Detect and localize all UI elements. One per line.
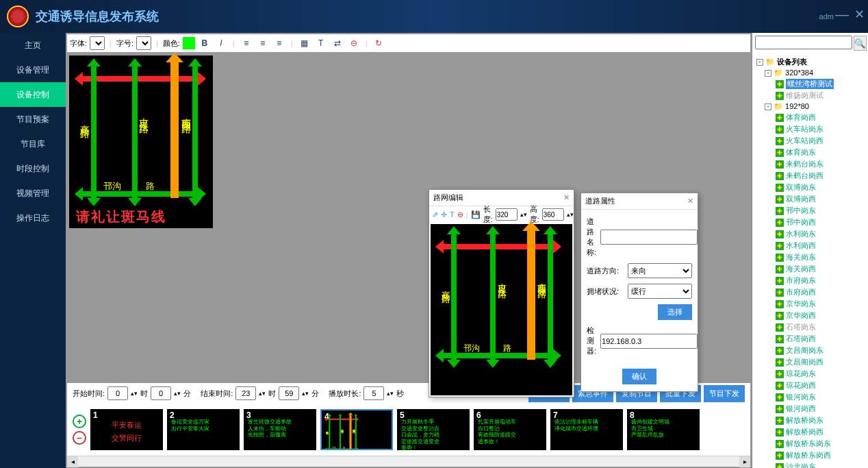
tree-item[interactable]: 琼花岗西 bbox=[754, 380, 867, 391]
sidebar-item[interactable]: 操作日志 bbox=[0, 206, 66, 230]
tree-item[interactable]: 银河岗东 bbox=[754, 391, 867, 403]
close-icon[interactable]: ✕ bbox=[563, 193, 570, 202]
draw-line-icon[interactable]: ⇗ bbox=[432, 210, 438, 219]
sidebar-item[interactable]: 节目预案 bbox=[0, 107, 66, 132]
image-icon[interactable]: ▦ bbox=[298, 36, 311, 50]
confirm-button[interactable]: 确认 bbox=[622, 369, 656, 384]
tree-item[interactable]: 邗中岗西 bbox=[754, 217, 867, 228]
width-input[interactable] bbox=[496, 208, 518, 221]
tree-item[interactable]: 京华岗西 bbox=[754, 310, 867, 321]
tree-group[interactable]: -📁 192*80 bbox=[754, 101, 867, 112]
thumbnail[interactable]: 1平安春运交警同行 bbox=[90, 409, 163, 450]
align-right-icon[interactable]: ≡ bbox=[272, 36, 286, 50]
tree-item[interactable]: 邗中岗东 bbox=[754, 205, 867, 217]
tree-item[interactable]: 石塔岗西 bbox=[754, 333, 867, 345]
thumbnail[interactable]: 2春运安全连万家出行平安靠大家 bbox=[167, 409, 240, 450]
thumb-scrollbar[interactable]: ◂ ▸ bbox=[67, 456, 750, 467]
thumbnail[interactable]: 8扬州创建文明城市卫生城严禁乱停乱放 bbox=[627, 409, 700, 450]
draw-arrow-icon[interactable]: ✛ bbox=[441, 210, 447, 219]
refresh-icon[interactable]: ↻ bbox=[372, 36, 385, 50]
select-button[interactable]: 选择 bbox=[658, 304, 692, 320]
tree-item[interactable]: 水利岗西 bbox=[754, 240, 867, 251]
tree-item[interactable]: 解放桥岗东 bbox=[754, 415, 867, 426]
bold-button[interactable]: B bbox=[198, 36, 212, 50]
tree-item[interactable]: 文昌阁岗西 bbox=[754, 356, 867, 368]
duration-input[interactable] bbox=[363, 386, 384, 400]
start-hour-input[interactable] bbox=[107, 386, 128, 400]
close-icon[interactable]: ✕ bbox=[687, 197, 693, 206]
tree-item[interactable]: 沙北岗东 bbox=[754, 461, 867, 468]
scroll-left-icon[interactable]: ◂ bbox=[67, 456, 78, 467]
tree-item[interactable]: 水利岗东 bbox=[754, 228, 867, 240]
program-preview[interactable]: 高桥路史可法路瘦西湖路邗沟路请礼让斑马线 bbox=[69, 56, 213, 228]
tree-item[interactable]: 解放桥东岗西 bbox=[754, 449, 867, 461]
sidebar-item[interactable]: 主页 bbox=[0, 33, 66, 58]
sidebar-item[interactable]: 设备控制 bbox=[0, 82, 66, 107]
jam-select[interactable]: 缓行 bbox=[628, 284, 692, 299]
scroll-right-icon[interactable]: ▸ bbox=[739, 456, 750, 467]
tree-item[interactable]: 解放桥岗西 bbox=[754, 426, 867, 438]
start-min-input[interactable] bbox=[151, 386, 171, 400]
tree-item[interactable]: 来鹤台岗东 bbox=[754, 158, 867, 170]
align-left-icon[interactable]: ≡ bbox=[240, 36, 253, 50]
sidebar-item[interactable]: 视频管理 bbox=[0, 181, 66, 206]
thumbnail[interactable]: 4高桥路史可法路瘦西湖路邗沟路请礼让斑马线 bbox=[320, 409, 393, 450]
italic-button[interactable]: I bbox=[214, 36, 228, 50]
tree-root[interactable]: -📁 设备列表 bbox=[754, 56, 867, 68]
tree-group[interactable]: -📁 320*384 bbox=[754, 68, 867, 78]
tree-item[interactable]: 维扬岗测试 bbox=[754, 90, 867, 101]
road-name-input[interactable] bbox=[600, 230, 698, 245]
sidebar-item[interactable]: 设备管理 bbox=[0, 58, 66, 82]
align-center-icon[interactable]: ≡ bbox=[256, 36, 270, 50]
tree-item[interactable]: 体育岗东 bbox=[754, 147, 867, 158]
tree-item[interactable]: 海关岗西 bbox=[754, 263, 867, 275]
thumbnail[interactable]: 7依法治理非标车辆净化城市交通环境 bbox=[550, 409, 623, 450]
jam-label: 拥堵状况: bbox=[587, 286, 624, 297]
tree-item[interactable]: 银河岗西 bbox=[754, 403, 867, 415]
save-icon[interactable]: 💾 bbox=[471, 210, 481, 219]
tree-item[interactable]: 石塔岗东 bbox=[754, 321, 867, 333]
text-icon[interactable]: T bbox=[450, 210, 455, 219]
end-hour-input[interactable] bbox=[235, 386, 256, 400]
delete-icon[interactable]: ⊖ bbox=[457, 210, 463, 219]
thumbnail[interactable]: 3发生轻微交通事故人未伤，车能动先拍照，后撤离 bbox=[244, 409, 316, 450]
tree-item[interactable]: 火车站岗西 bbox=[754, 135, 867, 147]
size-label: 字号: bbox=[116, 38, 133, 49]
tree-item[interactable]: 双博岗西 bbox=[754, 193, 867, 205]
text-icon[interactable]: T bbox=[314, 36, 328, 50]
height-input[interactable] bbox=[542, 208, 564, 221]
thumbnail[interactable]: 5力开展秋冬季交通安全整治百日会战，全力稳定道路交通安全形势！ bbox=[397, 409, 470, 450]
close-icon[interactable]: ✕ bbox=[854, 7, 865, 23]
tree-item[interactable]: 市府岗西 bbox=[754, 286, 867, 298]
publish-button[interactable]: 节目下发 bbox=[704, 385, 745, 402]
tree-item[interactable]: 海关岗东 bbox=[754, 251, 867, 263]
add-slide-button[interactable]: + bbox=[73, 415, 86, 428]
tree-item[interactable]: 螺丝湾桥测试 bbox=[754, 78, 867, 90]
tree-item[interactable]: 体育岗西 bbox=[754, 112, 867, 123]
minimize-icon[interactable]: — bbox=[835, 7, 849, 23]
tree-item[interactable]: 火车站岗东 bbox=[754, 123, 867, 135]
search-button[interactable]: 🔍 bbox=[854, 36, 867, 51]
size-select[interactable] bbox=[136, 36, 151, 50]
remove-slide-button[interactable]: – bbox=[73, 431, 86, 445]
font-select[interactable] bbox=[90, 36, 105, 50]
tree-item[interactable]: 京华岗东 bbox=[754, 298, 867, 310]
road-icon[interactable]: ⇄ bbox=[331, 36, 344, 50]
sidebar-item[interactable]: 节目库 bbox=[0, 132, 66, 156]
tree-item[interactable]: 文昌阁岗东 bbox=[754, 345, 867, 356]
tree-item[interactable]: 琼花岗东 bbox=[754, 368, 867, 380]
thumbnail[interactable]: 6扎实开展电动车百日整治有效预防道路交通事故！ bbox=[474, 409, 546, 450]
tree-item[interactable]: 市府岗东 bbox=[754, 275, 867, 286]
device-icon bbox=[776, 137, 784, 145]
delete-icon[interactable]: ⊖ bbox=[347, 36, 361, 50]
color-swatch[interactable] bbox=[183, 37, 195, 49]
tree-item[interactable]: 双博岗东 bbox=[754, 182, 867, 193]
detector-input[interactable] bbox=[600, 334, 698, 349]
editor-canvas[interactable]: 高桥路史可法路瘦西湖路邗沟路请礼让斑马线 路网编辑✕ ⇗ ✛ T ⊖ | 💾 长… bbox=[67, 52, 750, 383]
direction-select[interactable]: 来向 bbox=[628, 263, 692, 278]
search-input[interactable] bbox=[755, 36, 852, 49]
tree-item[interactable]: 来鹤台岗西 bbox=[754, 170, 867, 182]
tree-item[interactable]: 解放桥东岗东 bbox=[754, 438, 867, 449]
sidebar-item[interactable]: 时段控制 bbox=[0, 156, 66, 181]
end-min-input[interactable] bbox=[279, 386, 299, 400]
